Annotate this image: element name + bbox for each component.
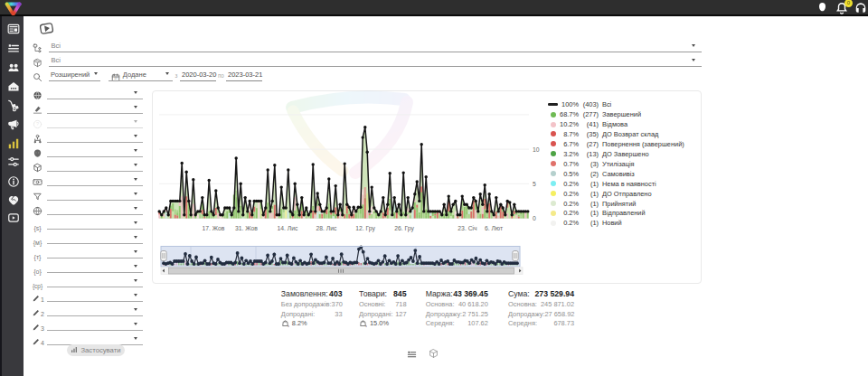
- svg-text:14. Лис: 14. Лис: [278, 225, 299, 231]
- svg-text:28. Лис: 28. Лис: [316, 225, 338, 231]
- svg-text:x: x: [365, 324, 367, 327]
- svg-text:x: x: [288, 324, 289, 327]
- svg-text:5: 5: [533, 181, 536, 187]
- svg-text:0: 0: [533, 215, 536, 221]
- svg-text:10: 10: [533, 146, 540, 153]
- svg-text:12. Гру: 12. Гру: [355, 225, 375, 232]
- svg-text:6. Лют: 6. Лют: [485, 225, 503, 231]
- svg-text:23. Січ: 23. Січ: [458, 225, 477, 231]
- svg-text:26. Гру: 26. Гру: [394, 225, 414, 232]
- svg-text:17. Жов: 17. Жов: [203, 225, 225, 231]
- svg-text:31. Жов: 31. Жов: [235, 225, 258, 231]
